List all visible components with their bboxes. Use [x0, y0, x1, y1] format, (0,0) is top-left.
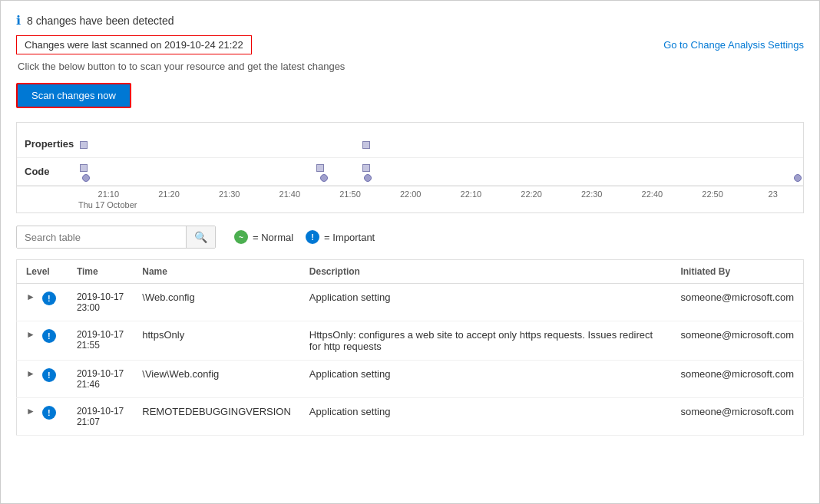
col-name: Name	[133, 260, 300, 284]
normal-icon: ~	[234, 230, 248, 244]
table-header-row: Level Time Name Description Initiated By	[17, 260, 804, 284]
timeline-tick: 22:20	[501, 189, 562, 199]
timeline-label-code: Code	[17, 166, 78, 177]
scan-now-button[interactable]: Scan changes now	[16, 83, 131, 108]
timeline-tick: 21:30	[199, 189, 260, 199]
expand-arrow[interactable]: ►	[26, 406, 35, 417]
search-legend-row: 🔍 ~ = Normal ! = Important	[16, 226, 804, 249]
scan-hint: Click the below button to to scan your r…	[18, 61, 804, 72]
cell-level: ► !	[17, 321, 68, 361]
cell-name: httpsOnly	[133, 321, 300, 361]
header-title: 8 changes have been detected	[27, 15, 174, 27]
cell-date: 2019-10-17 21:55	[68, 321, 133, 361]
timeline-tick: 21:50	[320, 189, 381, 199]
timeline-date: Thu 17 October	[17, 200, 803, 209]
timeline-tick: 22:00	[380, 189, 441, 199]
cell-level: ► !	[17, 398, 68, 436]
cell-initiated-by: someone@microsoft.com	[671, 284, 803, 321]
header-row: ℹ 8 changes have been detected	[16, 13, 804, 28]
col-description: Description	[300, 260, 672, 284]
col-time: Time	[68, 260, 133, 284]
col-initiated-by: Initiated By	[671, 260, 803, 284]
last-scanned-row: Changes were last scanned on 2019-10-24 …	[16, 35, 804, 54]
timeline-dot	[362, 141, 370, 149]
cell-initiated-by: someone@microsoft.com	[671, 361, 803, 398]
search-button[interactable]: 🔍	[186, 226, 215, 248]
timeline-tick: 23	[742, 189, 803, 199]
timeline-dot-circle	[364, 174, 372, 182]
main-window: ℹ 8 changes have been detected Changes w…	[0, 0, 820, 504]
timeline-row-properties: Properties	[17, 130, 803, 158]
table-row: ► ! 2019-10-17 21:07 REMOTEDEBUGGINGVERS…	[17, 398, 804, 436]
normal-label: = Normal	[253, 232, 293, 243]
cell-description: Application setting	[300, 284, 672, 321]
cell-initiated-by: someone@microsoft.com	[671, 398, 803, 436]
cell-date: 2019-10-17 21:07	[68, 398, 133, 436]
cell-level: ► !	[17, 284, 68, 321]
important-icon: !	[306, 230, 319, 244]
importance-badge: !	[42, 292, 56, 305]
timeline-dot-circle	[794, 174, 802, 182]
search-box: 🔍	[16, 226, 216, 249]
timeline-track-properties	[78, 130, 803, 158]
info-icon: ℹ	[16, 13, 21, 28]
legend-normal: ~ = Normal	[234, 230, 293, 244]
cell-date: 2019-10-17 23:00	[68, 284, 133, 321]
importance-badge: !	[42, 406, 56, 420]
timeline-dot	[80, 141, 88, 149]
timeline-tick: 21:40	[260, 189, 320, 199]
timeline-tick: 22:40	[622, 189, 683, 199]
timeline-tick: 22:50	[683, 189, 743, 199]
cell-name: \View\Web.config	[133, 361, 300, 398]
timeline-tick: 22:30	[561, 189, 622, 199]
cell-name: \Web.config	[133, 284, 300, 321]
settings-link[interactable]: Go to Change Analysis Settings	[663, 39, 804, 51]
expand-arrow[interactable]: ►	[26, 292, 35, 302]
timeline-row-code: Code	[17, 158, 803, 186]
cell-description: Application setting	[300, 361, 672, 398]
cell-initiated-by: someone@microsoft.com	[671, 321, 803, 361]
importance-badge: !	[42, 368, 56, 382]
timeline-tick: 21:20	[139, 189, 200, 199]
timeline-label-properties: Properties	[17, 138, 78, 150]
timeline-dot-circle	[320, 174, 328, 182]
scan-btn-wrap: Scan changes now	[16, 83, 804, 108]
cell-level: ► !	[17, 361, 68, 398]
table-row: ► ! 2019-10-17 21:55 httpsOnly HttpsOnly…	[17, 321, 804, 361]
important-label: = Important	[324, 232, 375, 243]
cell-description: HttpsOnly: configures a web site to acce…	[300, 321, 672, 361]
last-scanned-text: Changes were last scanned on 2019-10-24 …	[16, 35, 252, 54]
timeline-axis: 21:10 21:20 21:30 21:40 21:50 22:00 22:1…	[17, 186, 803, 199]
table-row: ► ! 2019-10-17 21:46 \View\Web.config Ap…	[17, 361, 804, 398]
timeline-dot	[80, 164, 88, 172]
expand-arrow[interactable]: ►	[26, 329, 35, 340]
timeline-track-code	[78, 158, 803, 186]
timeline-dot	[316, 164, 324, 172]
changes-table: Level Time Name Description Initiated By…	[16, 259, 804, 436]
timeline-tick: 21:10	[78, 189, 139, 199]
timeline-section: Properties Code 21:10 21:20	[16, 122, 804, 213]
legend-important: ! = Important	[306, 230, 375, 244]
timeline-tick: 22:10	[441, 189, 501, 199]
importance-badge: !	[42, 329, 56, 343]
cell-description: Application setting	[300, 398, 672, 436]
expand-arrow[interactable]: ►	[26, 368, 35, 379]
timeline-dot-circle	[82, 174, 90, 182]
cell-date: 2019-10-17 21:46	[68, 361, 133, 398]
search-input[interactable]	[17, 227, 186, 248]
legend: ~ = Normal ! = Important	[234, 230, 375, 244]
col-level: Level	[17, 260, 68, 284]
timeline-dot	[362, 164, 370, 172]
cell-name: REMOTEDEBUGGINGVERSION	[133, 398, 300, 436]
table-row: ► ! 2019-10-17 23:00 \Web.config Applica…	[17, 284, 804, 321]
